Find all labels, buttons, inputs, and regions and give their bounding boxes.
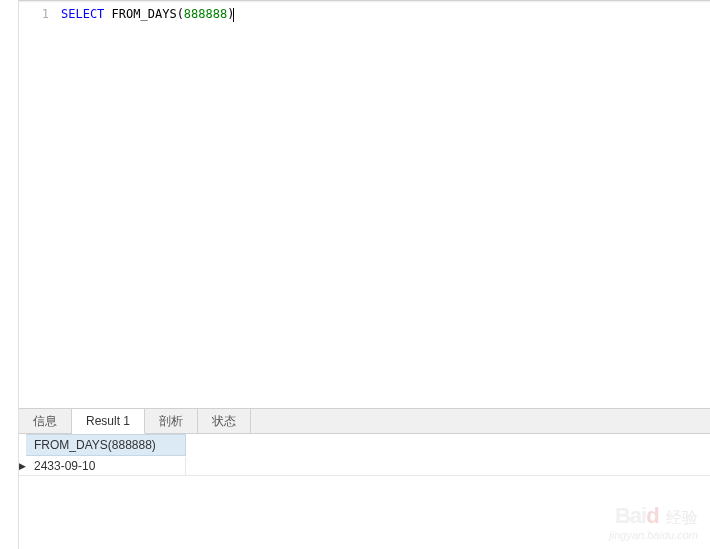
tab-status[interactable]: 状态: [198, 409, 251, 433]
editor-content: 1 SELECT FROM_DAYS(888888): [19, 1, 710, 408]
tab-profile[interactable]: 剖析: [145, 409, 198, 433]
keyword-select: SELECT: [61, 7, 104, 21]
result-cell[interactable]: 2433-09-10: [26, 457, 186, 475]
line-number: 1: [19, 5, 49, 23]
results-pane: FROM_DAYS(888888) ▶ 2433-09-10: [19, 434, 710, 549]
main-container: 1 SELECT FROM_DAYS(888888) 信息 Result 1 剖…: [18, 0, 710, 549]
line-number-gutter: 1: [19, 1, 61, 408]
numeric-argument: 888888: [184, 7, 227, 21]
paren-open: (: [177, 7, 184, 21]
result-column-header[interactable]: FROM_DAYS(888888): [26, 434, 186, 456]
tab-result1-label: Result 1: [86, 414, 130, 428]
tab-info-label: 信息: [33, 413, 57, 430]
tab-result1[interactable]: Result 1: [72, 409, 145, 434]
tab-status-label: 状态: [212, 413, 236, 430]
table-row[interactable]: ▶ 2433-09-10: [19, 456, 710, 476]
results-tabs-bar: 信息 Result 1 剖析 状态: [19, 408, 710, 434]
code-line-1[interactable]: SELECT FROM_DAYS(888888): [61, 5, 710, 23]
tab-profile-label: 剖析: [159, 413, 183, 430]
function-name: FROM_DAYS: [112, 7, 177, 21]
sql-editor-pane[interactable]: 1 SELECT FROM_DAYS(888888): [19, 0, 710, 408]
tab-info[interactable]: 信息: [19, 409, 72, 433]
text-cursor: [233, 8, 234, 22]
current-row-marker-icon: ▶: [19, 461, 26, 471]
code-area[interactable]: SELECT FROM_DAYS(888888): [61, 1, 710, 408]
result-cell-value: 2433-09-10: [34, 459, 95, 473]
column-header-text: FROM_DAYS(888888): [34, 438, 156, 452]
